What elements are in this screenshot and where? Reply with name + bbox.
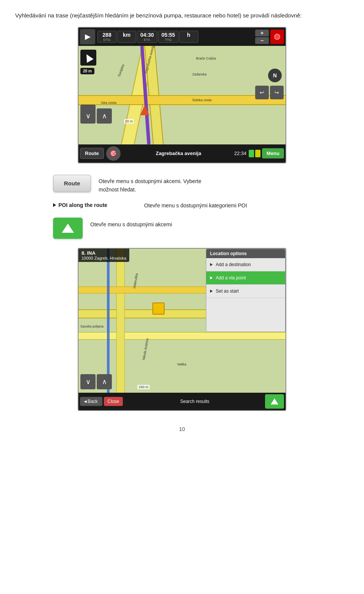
nav-bottombar: Route 🎯 Zagrebačka avenija 22:34 Menu <box>78 144 286 163</box>
set-as-start-label: Set as start <box>216 288 239 294</box>
h-stat: h <box>179 31 198 43</box>
nav-screenshot-1: ▶ 288 DTG km 04:30 ETA 05:55 TTG h + − <box>78 27 286 163</box>
menu-button[interactable]: Menu <box>262 148 284 158</box>
gps-button[interactable]: 🎯 <box>106 146 121 161</box>
location-options-panel: Location options Add a destination Add a… <box>206 249 286 332</box>
ttg-value: 05:55 <box>162 32 175 38</box>
km-value: km <box>121 32 133 38</box>
map2-close-button[interactable]: Close <box>104 397 123 406</box>
poi-arrow-icon <box>53 203 56 207</box>
green-up-button[interactable] <box>53 218 83 239</box>
direction-arrow-shape <box>83 52 93 63</box>
set-as-start-option[interactable]: Set as start <box>206 285 285 298</box>
poi-marker <box>152 302 165 315</box>
route-button-image: Route <box>53 175 91 192</box>
ttg-stat: 05:55 TTG <box>158 31 179 43</box>
record-button[interactable] <box>270 30 284 44</box>
route-text-line2: možnost hledat. <box>99 187 136 193</box>
add-via-arrow-icon <box>210 276 213 279</box>
scroll-down-button[interactable]: ∧ <box>97 108 112 124</box>
ttg-label: TTG <box>162 38 175 42</box>
map2-scale: 240 m <box>137 385 150 389</box>
zoom-out-button[interactable]: − <box>255 37 269 44</box>
green-button-section: Otevře menu s dostupnými akcemi <box>15 218 349 239</box>
route-text-line1: Otevře menu s dostupnými akcemi. Vyberte <box>99 178 201 184</box>
location-options-title: Location options <box>206 249 285 258</box>
current-time: 22:34 <box>234 150 247 156</box>
nav-stats: 288 DTG km 04:30 ETA 05:55 TTG h <box>97 31 254 43</box>
map-scale: 20 m <box>124 119 134 124</box>
search-results-label: Search results <box>124 399 265 404</box>
distance-badge: 20 m <box>80 68 94 74</box>
current-street-name: Zagrebačka avenija <box>123 150 234 156</box>
nav-zoom-buttons: + − <box>255 30 269 44</box>
route-section: Route Otevře menu s dostupnými akcemi. V… <box>15 175 349 194</box>
poi-label-text: POI along the route <box>58 202 107 208</box>
map2-green-up-button[interactable] <box>265 394 284 409</box>
km-stat: km <box>117 31 136 43</box>
map2-scroll-down-button[interactable]: ∧ <box>97 374 112 389</box>
undo-button[interactable]: ↩ <box>255 86 269 99</box>
place-number: 8. INA <box>82 250 126 256</box>
redo-button[interactable]: ↪ <box>270 86 284 99</box>
map2-street-vatika: Vatika <box>177 362 186 366</box>
add-via-point-option[interactable]: Add a via point <box>206 271 285 285</box>
indicator-green <box>249 150 254 157</box>
place-info-box: 8. INA 10000 Zagreb, Hrvatska <box>78 249 129 262</box>
add-destination-option[interactable]: Add a destination <box>206 258 285 271</box>
nav-map-area: Sunijska Zagrebačka avenija Šelska cesta… <box>78 46 286 144</box>
route-button[interactable]: Route <box>80 148 104 159</box>
nav-screenshot-2: Islatnuška Nikole Andrića Vatika Savska … <box>78 248 286 411</box>
undo-redo-buttons: ↩ ↪ <box>255 86 284 99</box>
scroll-buttons: ∨ ∧ <box>80 108 112 124</box>
scroll-up-button[interactable]: ∨ <box>80 108 96 124</box>
nav-back-button[interactable]: ▶ <box>80 29 95 44</box>
map2-route-line <box>107 249 110 393</box>
set-as-start-arrow-icon <box>210 290 213 293</box>
nav-car-position <box>140 105 149 115</box>
map2-bottombar: ◄Back Close Search results <box>78 393 286 410</box>
status-indicators <box>249 150 260 157</box>
dtg-stat: 288 DTG <box>97 31 116 43</box>
map2-road-v1 <box>116 249 125 397</box>
dtg-value: 288 <box>101 32 113 38</box>
h-value: h <box>183 32 195 38</box>
poi-description: Otevře menu s dostupnými kategoriemi POI <box>136 201 247 210</box>
direction-arrow-btn[interactable] <box>80 50 96 66</box>
street-label-3: Šelska cesta <box>192 98 212 102</box>
dtg-label: DTG <box>101 38 113 42</box>
poi-section: POI along the route Otevře menu s dostup… <box>15 201 349 210</box>
record-dot <box>274 34 280 40</box>
street-label-6: lska cesta <box>101 101 116 105</box>
zoom-in-button[interactable]: + <box>255 30 269 36</box>
street-label-4: Zadarska <box>192 72 207 76</box>
poi-label: POI along the route <box>53 201 136 208</box>
nav-topbar: ▶ 288 DTG km 04:30 ETA 05:55 TTG h + − <box>78 28 286 46</box>
eta-value: 04:30 <box>140 32 154 38</box>
map2-back-button[interactable]: ◄Back <box>80 397 102 406</box>
page-number: 10 <box>15 426 349 432</box>
add-destination-label: Add a destination <box>216 262 251 267</box>
green-up-arrow-icon <box>62 224 74 233</box>
green-button-description: Otevře menu s dostupnými akcemi <box>90 218 172 227</box>
intro-paragraph: Vyhledávání na trase (nejčastějším hledá… <box>15 11 349 20</box>
add-destination-arrow-icon <box>210 263 213 266</box>
place-address: 10000 Zagreb, Hrvatska <box>82 256 126 260</box>
map2-green-up-arrow-icon <box>271 398 278 404</box>
back-arrow-icon: ◄Back <box>83 399 98 404</box>
street-label-5: Braće Cvijića <box>196 56 216 60</box>
map2-scroll-up-button[interactable]: ∨ <box>80 374 96 389</box>
route-description: Otevře menu s dostupnými akcemi. Vyberte… <box>99 175 201 194</box>
indicator-yellow <box>255 150 260 157</box>
eta-stat: 04:30 ETA <box>137 31 157 43</box>
add-via-label: Add a via point <box>216 275 246 281</box>
compass-button[interactable]: N <box>268 69 282 82</box>
eta-label: ETA <box>140 38 154 42</box>
map2-scroll-buttons: ∨ ∧ <box>80 374 112 389</box>
map2-street-savska: Savska poljana <box>80 324 104 328</box>
